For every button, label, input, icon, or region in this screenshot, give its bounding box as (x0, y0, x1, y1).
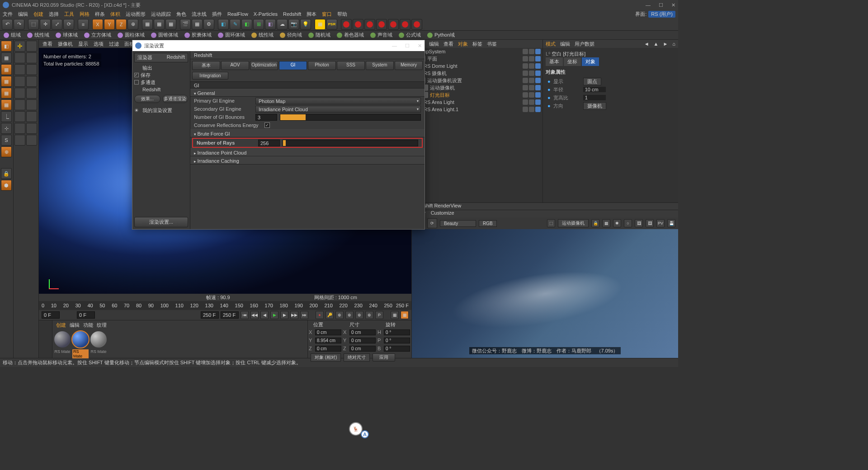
tool-icon[interactable] (26, 88, 37, 99)
tool-icon[interactable] (14, 99, 25, 110)
gear-button[interactable]: ⚙ (203, 19, 214, 30)
attr-value[interactable]: 圆点 (583, 78, 601, 85)
timeline-ruler[interactable]: 0102030405060708090100110120130140150160… (39, 301, 411, 310)
frame-start[interactable]: 0 F (42, 311, 60, 319)
layout-dropdown[interactable]: RS (用户) (648, 11, 675, 18)
render-region-button[interactable]: ▦ (154, 19, 165, 30)
key-s-button[interactable]: ⊕ (345, 311, 354, 319)
mat-tab[interactable]: 功能 (83, 322, 93, 327)
object-row[interactable]: RS Area Light (412, 99, 542, 106)
visibility-tag-icon[interactable] (523, 107, 528, 112)
field-button[interactable]: 圆柱体域 (118, 32, 145, 38)
attr-tab[interactable]: 模式 (546, 41, 556, 47)
visibility-tag-icon[interactable] (523, 56, 528, 61)
object-tag-icon[interactable] (535, 92, 541, 98)
y-lock-button[interactable]: Y (104, 19, 115, 30)
modeling-mode-icon[interactable]: ◧ (1, 41, 12, 52)
apply-button[interactable]: 应用 (373, 353, 395, 362)
menu-item[interactable]: 选择 (49, 11, 59, 18)
menu-item[interactable]: 运动图形 (126, 11, 146, 18)
field-button[interactable]: 立方体域 (84, 32, 111, 38)
rv-refresh-button[interactable]: ⟳ (427, 218, 437, 228)
record2-button[interactable]: ▦ (192, 19, 203, 30)
material-item[interactable]: RS Mate (90, 330, 107, 358)
psr-button[interactable] (326, 19, 337, 30)
tool-icon[interactable] (26, 41, 37, 52)
menu-item[interactable]: 体积 (110, 11, 120, 18)
object-tag-icon[interactable] (535, 56, 541, 61)
field-button[interactable]: 球体域 (56, 32, 78, 38)
object-row[interactable]: 运动摄像机设置 (412, 77, 542, 84)
next-key-button[interactable]: ▶▶ (290, 311, 298, 319)
rs-button-1[interactable] (341, 19, 352, 30)
menu-item[interactable]: 文件 (3, 11, 13, 18)
menu-item[interactable]: 流水线 (192, 11, 207, 18)
render-view-button[interactable]: ▦ (142, 19, 153, 30)
tool-icon[interactable] (14, 76, 25, 87)
secondary-gi-dropdown[interactable]: Irradiance Point Cloud (255, 106, 421, 113)
rv-channel-dropdown[interactable]: RGB (479, 220, 497, 227)
rs-tab-aov[interactable]: AOV (221, 61, 249, 70)
prev-frame-button[interactable]: ◀ (260, 311, 269, 319)
frame-from[interactable]: 0 F (77, 311, 95, 319)
rv-region-button[interactable]: ⬚ (547, 219, 555, 227)
play-button[interactable]: ▶ (270, 311, 278, 319)
render-settings-button[interactable]: ▦ (165, 19, 176, 30)
rv-pass-dropdown[interactable]: Beauty (440, 220, 476, 227)
render-tag-icon[interactable] (529, 92, 534, 98)
menu-item[interactable]: 样条 (95, 11, 105, 18)
rs-tab-opt[interactable]: Optimization (250, 61, 278, 70)
visibility-tag-icon[interactable] (523, 49, 528, 54)
tool-icon[interactable] (14, 88, 25, 99)
render-tag-icon[interactable] (529, 107, 534, 112)
axis-mode-icon[interactable]: ⊹ (1, 123, 12, 134)
render-tag-icon[interactable] (529, 99, 534, 105)
move-tool-icon[interactable] (14, 41, 25, 52)
object-tag-icon[interactable] (535, 70, 541, 76)
field-button[interactable]: 径向域 (280, 32, 302, 38)
attr-subtab-coord[interactable]: 坐标 (564, 57, 581, 66)
render-tag-icon[interactable] (529, 78, 534, 83)
conserve-energy-checkbox[interactable] (264, 122, 270, 128)
dialog-titlebar[interactable]: 渲染设置 — ☐ ✕ (132, 40, 425, 51)
dialog-close-button[interactable]: ✕ (418, 43, 422, 49)
rs-button-5[interactable] (388, 19, 399, 30)
renderview-viewport[interactable]: 微信公众号：野鹿志 微博：野鹿志 作者：马鹿野郎 （7.09s） (412, 229, 678, 358)
history-button[interactable]: ≡ (78, 19, 89, 30)
attr-value[interactable]: 摄像机 (583, 102, 606, 110)
rv-snap-button[interactable]: ✱ (613, 219, 621, 227)
tool-icon[interactable] (26, 123, 37, 134)
field-button[interactable]: 线性域 (27, 32, 49, 38)
scale-button[interactable]: ⤢ (52, 19, 62, 30)
tool-icon[interactable] (26, 99, 37, 110)
layout-button[interactable]: ▦ (391, 311, 399, 319)
rv-camera-dropdown[interactable]: 运动摄像机 (558, 219, 589, 227)
minimize-button[interactable]: — (646, 2, 651, 8)
key-p-button[interactable]: ⊕ (335, 311, 344, 319)
gi-bounces-slider[interactable] (280, 114, 421, 121)
rv-pv-button[interactable]: PV (656, 219, 665, 227)
rs-tab-basic[interactable]: 基本 (192, 61, 220, 70)
menu-item[interactable]: 脚本 (307, 11, 316, 18)
rs-button-7[interactable] (411, 19, 422, 30)
vp-menu-item[interactable]: 过滤 (109, 41, 119, 47)
tool-icon[interactable] (14, 52, 25, 63)
visibility-tag-icon[interactable] (523, 85, 528, 90)
visibility-tag-icon[interactable] (523, 92, 528, 98)
lock-icon[interactable]: 🔒 (1, 168, 12, 179)
menu-item[interactable]: 帮助 (337, 11, 347, 18)
object-row[interactable]: xpSystem (412, 48, 542, 55)
edge-mode-icon[interactable]: ▦ (1, 88, 12, 99)
rs-tab-memory[interactable]: Memory (395, 61, 423, 70)
field-button[interactable]: 胶囊体域 (184, 32, 212, 38)
general-section-header[interactable]: General (190, 89, 425, 97)
output-item[interactable]: 输出 (132, 64, 190, 71)
rv-img1-button[interactable]: 🖼 (635, 219, 643, 227)
frame-end[interactable]: 250 F (221, 311, 239, 319)
object-row[interactable]: RS 摄像机 (412, 70, 542, 77)
rot-input[interactable]: 0 ° (384, 329, 410, 335)
record-button[interactable]: 🎬 (180, 19, 191, 30)
snap-mode-icon[interactable]: ⊕ (1, 146, 12, 157)
object-row[interactable]: 运动摄像机 (412, 84, 542, 91)
tool-icon[interactable] (14, 64, 25, 75)
